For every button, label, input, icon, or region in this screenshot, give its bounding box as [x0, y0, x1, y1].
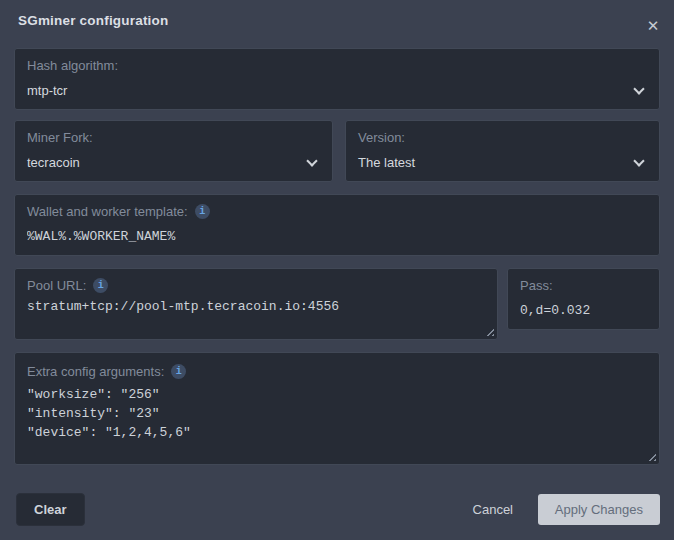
hash-algorithm-value: mtp-tcr [27, 83, 67, 98]
version-value: The latest [358, 155, 415, 170]
resize-handle-icon[interactable] [646, 451, 656, 461]
close-icon[interactable]: ✕ [642, 15, 664, 37]
resize-handle-icon[interactable] [484, 326, 494, 336]
pass-label: Pass: [520, 278, 553, 293]
clear-button[interactable]: Clear [16, 493, 85, 526]
info-icon[interactable]: i [171, 364, 186, 379]
wallet-template-field: Wallet and worker template: i [14, 194, 660, 256]
wallet-template-label: Wallet and worker template: [27, 204, 188, 219]
miner-fork-value: tecracoin [27, 155, 80, 170]
pool-url-label: Pool URL: [27, 278, 86, 293]
miner-fork-select[interactable]: Miner Fork: tecracoin [14, 120, 333, 182]
version-select[interactable]: Version: The latest [345, 120, 660, 182]
chevron-down-icon [633, 83, 644, 94]
dialog-title: SGminer configuration [18, 13, 168, 28]
extra-config-field: Extra config arguments: i "worksize": "2… [14, 352, 660, 465]
version-label: Version: [358, 130, 405, 145]
apply-changes-button[interactable]: Apply Changes [538, 494, 660, 525]
pool-url-field: Pool URL: i stratum+tcp://pool-mtp.tecra… [14, 268, 498, 340]
hash-algorithm-label: Hash algorithm: [27, 58, 118, 73]
chevron-down-icon [306, 155, 317, 166]
cancel-button[interactable]: Cancel [469, 494, 517, 525]
info-icon[interactable]: i [93, 278, 108, 293]
pass-field: Pass: [507, 268, 660, 330]
hash-algorithm-select[interactable]: Hash algorithm: mtp-tcr [14, 48, 660, 110]
miner-fork-label: Miner Fork: [27, 130, 93, 145]
extra-config-label: Extra config arguments: [27, 364, 164, 379]
pass-input[interactable] [520, 300, 647, 320]
info-icon[interactable]: i [195, 204, 210, 219]
extra-config-textarea[interactable]: "worksize": "256" "intensity": "23" "dev… [27, 385, 647, 458]
wallet-template-input[interactable] [27, 226, 647, 246]
pool-url-textarea[interactable]: stratum+tcp://pool-mtp.tecracoin.io:4556 [27, 297, 485, 333]
sgminer-configuration-dialog: SGminer configuration ✕ Hash algorithm: … [0, 0, 674, 540]
chevron-down-icon [633, 155, 644, 166]
